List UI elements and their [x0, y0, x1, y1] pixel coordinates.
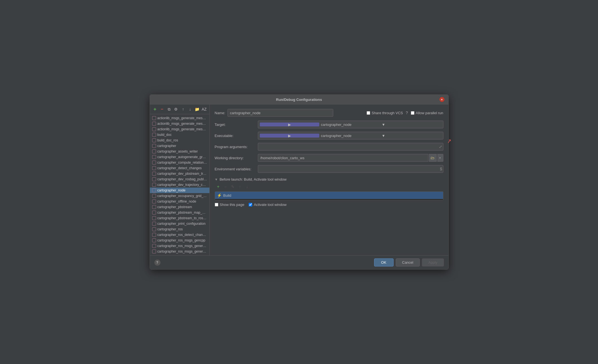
tree-item[interactable]: cartographer_detect_changes [150, 165, 209, 171]
tree-item[interactable]: cartographer_pbstream_to_ros_map [150, 215, 209, 221]
tree-item-label: cartographer_assets_writer [157, 149, 198, 153]
show-page-option[interactable]: Show this page [215, 203, 244, 207]
tree-item[interactable]: cartographer [150, 143, 209, 149]
collapse-arrow-icon[interactable]: ▼ [215, 178, 218, 181]
copy-config-button[interactable]: ⧉ [166, 106, 172, 112]
tree-item[interactable]: cartographer_ros_msgs_generate_me [150, 243, 209, 249]
tree-item[interactable]: cartographer_pbstream [150, 204, 209, 210]
build-item-label: Build [223, 193, 231, 198]
tree-item[interactable]: cartographer_offline_node [150, 199, 209, 204]
sort-button[interactable]: AZ [201, 106, 207, 112]
build-item[interactable]: ⚡ Build [215, 192, 443, 199]
tree-item[interactable]: cartographer_assets_writer [150, 149, 209, 154]
before-launch-list: ⚡ Build [215, 191, 443, 200]
config-type-icon [152, 149, 156, 153]
config-type-icon [152, 227, 156, 231]
activate-window-option[interactable]: Activate tool window [249, 203, 286, 207]
tree-item[interactable]: build_doc_ros [150, 138, 209, 143]
args-input-wrap: ↗ ⤢ [258, 143, 443, 151]
executable-dropdown[interactable]: ▶ cartographer_node ▼ [258, 132, 443, 139]
env-vars-row: Environment variables: $ [215, 165, 443, 173]
bl-up-button[interactable]: ↑ [237, 184, 243, 190]
config-type-icon [152, 244, 156, 248]
title-bar: Run/Debug Configurations × [150, 95, 448, 104]
tree-item[interactable]: actionlib_msgs_generate_messages_r [150, 121, 209, 126]
left-toolbar: + − ⧉ ⚙ ↑ ↓ 📁 AZ [150, 104, 209, 114]
tree-item-label: cartographer_ros [157, 227, 183, 231]
ok-button[interactable]: OK [374, 258, 394, 266]
tree-item[interactable]: cartographer_print_configuration [150, 221, 209, 226]
workdir-browse-button[interactable]: 🗁 [429, 154, 437, 162]
tree-item[interactable]: actionlib_msgs_generate_messages_p [150, 126, 209, 132]
name-input[interactable] [228, 109, 333, 117]
executable-dropdown-wrap[interactable]: ▶ cartographer_node ▼ [258, 132, 443, 139]
share-vcs-checkbox[interactable] [367, 111, 370, 115]
tree-item[interactable]: cartographer_autogenerate_ground_ [150, 154, 209, 160]
share-vcs-help-icon[interactable]: ? [406, 111, 408, 115]
tree-item[interactable]: cartographer_ros_detect_changes [150, 232, 209, 238]
tree-item-label: cartographer_dev_trajectory_compar [157, 183, 207, 187]
help-button[interactable]: ? [154, 260, 160, 266]
activate-window-checkbox[interactable] [249, 203, 252, 206]
target-value: cartographer_node [321, 123, 380, 127]
target-row: Target: ▶ cartographer_node ▼ [215, 121, 443, 128]
tree-item[interactable]: cartographer_occupancy_grid_node [150, 193, 209, 199]
args-expand-button[interactable]: ⤢ [439, 144, 442, 149]
close-button[interactable]: × [439, 97, 444, 102]
move-down-button[interactable]: ↓ [187, 106, 193, 112]
tree-item[interactable]: cartographer_ros_msgs_gencpp [150, 238, 209, 243]
show-page-checkbox[interactable] [215, 203, 218, 206]
bl-down-button[interactable]: ↓ [244, 184, 250, 190]
tree-item[interactable]: cartographer_ros [150, 226, 209, 232]
bl-edit-button[interactable]: ✎ [230, 184, 236, 190]
envvars-expand-button[interactable]: $ [440, 167, 442, 171]
tree-item[interactable]: cartographer_pbstream_map_publish [150, 210, 209, 215]
allow-parallel-option[interactable]: Allow parallel run [411, 111, 443, 115]
move-up-button[interactable]: ↑ [180, 106, 186, 112]
config-type-icon [152, 116, 156, 120]
bl-add-button[interactable]: + [215, 184, 221, 190]
config-type-icon [152, 238, 156, 242]
before-launch-toolbar: + − ✎ ↑ ↓ [215, 184, 443, 190]
apply-button[interactable]: Apply [422, 258, 444, 266]
tree-item-label: cartographer_pbstream_to_ros_map [157, 216, 207, 220]
program-args-input[interactable] [258, 143, 443, 151]
tree-item[interactable]: actionlib_msgs_generate_messages_l [150, 115, 209, 121]
tree-item-label: cartographer_occupancy_grid_node [157, 194, 207, 198]
main-content: + − ⧉ ⚙ ↑ ↓ 📁 AZ actionlib_msgs_generate… [150, 104, 448, 255]
tree-item-label: cartographer_ros_msgs_generate_me [157, 244, 207, 248]
bl-remove-button[interactable]: − [223, 184, 229, 190]
envvars-input-wrap: $ [258, 165, 443, 173]
tree-item[interactable]: cartographer_dev_trajectory_compar [150, 182, 209, 188]
config-type-icon [152, 188, 156, 192]
bottom-buttons: OK Cancel Apply [374, 258, 444, 266]
target-dropdown[interactable]: ▶ cartographer_node ▼ [258, 121, 443, 128]
workdir-dropdown-button[interactable]: ▼ [437, 154, 443, 162]
working-dir-input[interactable] [258, 154, 428, 162]
activate-window-label: Activate tool window [254, 203, 286, 207]
name-label: Name: [215, 111, 225, 115]
tree-item-label: cartographer_ros_msgs_gencpp [157, 238, 206, 242]
name-row: Name: Share through VCS ? Allow parallel… [215, 109, 443, 117]
folder-button[interactable]: 📁 [194, 106, 200, 112]
run-debug-dialog: Run/Debug Configurations × + − ⧉ ⚙ ↑ ↓ 📁… [150, 94, 449, 270]
remove-config-button[interactable]: − [159, 106, 165, 112]
tree-item[interactable]: cartographer_node [150, 188, 209, 193]
config-type-icon [152, 211, 156, 215]
add-config-button[interactable]: + [152, 106, 158, 112]
executable-icon: ▶ [260, 134, 319, 138]
tree-item[interactable]: cartographer_compute_relations_me [150, 160, 209, 165]
env-vars-input[interactable] [258, 165, 443, 173]
tree-item[interactable]: build_doc [150, 132, 209, 138]
tree-item-label: cartographer_pbstream [157, 205, 192, 209]
config-tree-list[interactable]: actionlib_msgs_generate_messages_laction… [150, 114, 209, 255]
cancel-button[interactable]: Cancel [396, 258, 420, 266]
dialog-title: Run/Debug Configurations [159, 98, 439, 102]
share-vcs-option[interactable]: Share through VCS [367, 111, 403, 115]
settings-button[interactable]: ⚙ [173, 106, 179, 112]
allow-parallel-checkbox[interactable] [411, 111, 414, 115]
tree-item[interactable]: cartographer_dev_pbstream_trajecto [150, 171, 209, 176]
target-dropdown-wrap[interactable]: ▶ cartographer_node ▼ [258, 121, 443, 128]
tree-item[interactable]: cartographer_ros_msgs_generate_me [150, 249, 209, 254]
tree-item[interactable]: cartographer_dev_rosbag_publisher [150, 176, 209, 182]
